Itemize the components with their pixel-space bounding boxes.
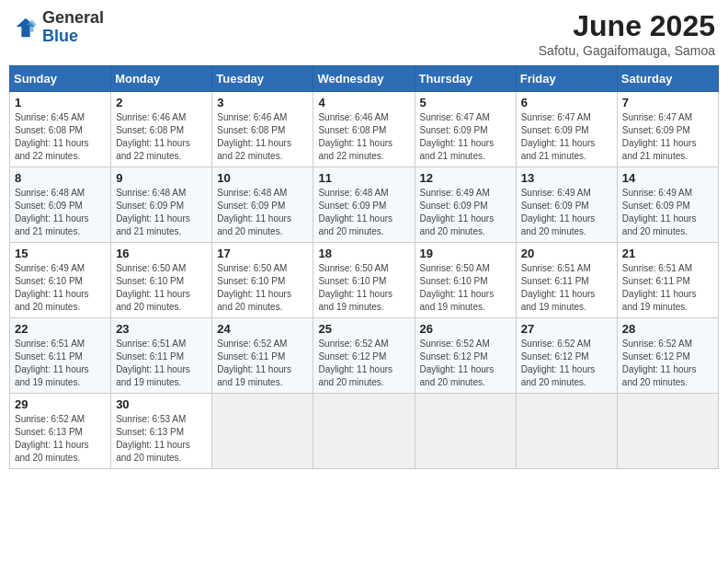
table-row: 24Sunrise: 6:52 AMSunset: 6:11 PMDayligh… [212,318,313,394]
table-row: 7Sunrise: 6:47 AMSunset: 6:09 PMDaylight… [617,92,718,167]
day-info: Sunrise: 6:49 AMSunset: 6:09 PMDaylight:… [420,187,511,238]
day-number: 17 [217,247,308,260]
day-number: 20 [521,247,612,260]
day-info: Sunrise: 6:48 AMSunset: 6:09 PMDaylight:… [15,187,106,238]
day-number: 24 [217,322,308,336]
table-row [313,394,415,469]
day-info: Sunrise: 6:48 AMSunset: 6:09 PMDaylight:… [217,187,308,238]
table-row: 3Sunrise: 6:46 AMSunset: 6:08 PMDaylight… [212,92,313,167]
day-info: Sunrise: 6:46 AMSunset: 6:08 PMDaylight:… [217,111,308,163]
table-row [516,394,617,469]
day-info: Sunrise: 6:45 AMSunset: 6:08 PMDaylight:… [15,111,106,163]
day-number: 7 [622,96,713,109]
day-info: Sunrise: 6:47 AMSunset: 6:09 PMDaylight:… [521,111,612,163]
table-row: 13Sunrise: 6:49 AMSunset: 6:09 PMDayligh… [516,167,617,243]
day-info: Sunrise: 6:49 AMSunset: 6:10 PMDaylight:… [15,262,106,314]
day-info: Sunrise: 6:52 AMSunset: 6:13 PMDaylight:… [15,413,106,465]
table-row: 4Sunrise: 6:46 AMSunset: 6:08 PMDaylight… [313,92,415,167]
day-info: Sunrise: 6:51 AMSunset: 6:11 PMDaylight:… [521,262,612,314]
day-number: 21 [622,247,713,260]
col-thursday: Thursday [415,66,516,92]
calendar-week-1: 1Sunrise: 6:45 AMSunset: 6:08 PMDaylight… [10,92,719,167]
calendar-week-5: 29Sunrise: 6:52 AMSunset: 6:13 PMDayligh… [10,394,719,469]
table-row: 18Sunrise: 6:50 AMSunset: 6:10 PMDayligh… [313,243,415,318]
table-row: 11Sunrise: 6:48 AMSunset: 6:09 PMDayligh… [313,167,415,243]
day-info: Sunrise: 6:47 AMSunset: 6:09 PMDaylight:… [420,111,511,163]
table-row: 15Sunrise: 6:49 AMSunset: 6:10 PMDayligh… [10,243,111,318]
col-wednesday: Wednesday [313,66,415,92]
day-number: 23 [116,322,207,336]
day-info: Sunrise: 6:51 AMSunset: 6:11 PMDaylight:… [116,338,207,389]
table-row: 27Sunrise: 6:52 AMSunset: 6:12 PMDayligh… [516,318,617,394]
table-row [212,394,313,469]
col-saturday: Saturday [617,66,718,92]
day-number: 8 [15,171,106,185]
logo-icon [13,15,39,40]
main-title: June 2025 [539,9,715,43]
table-row: 25Sunrise: 6:52 AMSunset: 6:12 PMDayligh… [313,318,415,394]
day-info: Sunrise: 6:48 AMSunset: 6:09 PMDaylight:… [318,187,409,238]
day-info: Sunrise: 6:53 AMSunset: 6:13 PMDaylight:… [116,413,207,465]
table-row: 20Sunrise: 6:51 AMSunset: 6:11 PMDayligh… [516,243,617,318]
calendar-body: 1Sunrise: 6:45 AMSunset: 6:08 PMDaylight… [10,92,719,469]
calendar-header-row: Sunday Monday Tuesday Wednesday Thursday… [10,66,719,92]
day-number: 4 [318,96,409,109]
page-header: General Blue June 2025 Safotu, Gagaifoma… [9,9,719,58]
day-number: 11 [318,171,409,185]
day-info: Sunrise: 6:52 AMSunset: 6:12 PMDaylight:… [318,338,409,389]
day-number: 16 [116,247,207,260]
table-row: 28Sunrise: 6:52 AMSunset: 6:12 PMDayligh… [617,318,718,394]
day-number: 6 [521,96,612,109]
day-info: Sunrise: 6:46 AMSunset: 6:08 PMDaylight:… [318,111,409,163]
col-monday: Monday [111,66,212,92]
day-info: Sunrise: 6:51 AMSunset: 6:11 PMDaylight:… [622,262,713,314]
table-row: 6Sunrise: 6:47 AMSunset: 6:09 PMDaylight… [516,92,617,167]
day-number: 1 [15,96,106,109]
col-tuesday: Tuesday [212,66,313,92]
day-info: Sunrise: 6:46 AMSunset: 6:08 PMDaylight:… [116,111,207,163]
day-info: Sunrise: 6:47 AMSunset: 6:09 PMDaylight:… [622,111,713,163]
table-row: 30Sunrise: 6:53 AMSunset: 6:13 PMDayligh… [111,394,212,469]
table-row: 1Sunrise: 6:45 AMSunset: 6:08 PMDaylight… [10,92,111,167]
table-row: 26Sunrise: 6:52 AMSunset: 6:12 PMDayligh… [415,318,516,394]
day-number: 14 [622,171,713,185]
subtitle: Safotu, Gagaifomauga, Samoa [539,43,715,58]
day-number: 29 [15,397,106,411]
table-row: 10Sunrise: 6:48 AMSunset: 6:09 PMDayligh… [212,167,313,243]
day-info: Sunrise: 6:52 AMSunset: 6:12 PMDaylight:… [420,338,511,389]
day-number: 9 [116,171,207,185]
table-row: 21Sunrise: 6:51 AMSunset: 6:11 PMDayligh… [617,243,718,318]
day-number: 15 [15,247,106,260]
day-info: Sunrise: 6:52 AMSunset: 6:12 PMDaylight:… [521,338,612,389]
day-info: Sunrise: 6:48 AMSunset: 6:09 PMDaylight:… [116,187,207,238]
logo: General Blue [13,9,104,46]
day-number: 22 [15,322,106,336]
calendar-week-4: 22Sunrise: 6:51 AMSunset: 6:11 PMDayligh… [10,318,719,394]
day-info: Sunrise: 6:50 AMSunset: 6:10 PMDaylight:… [318,262,409,314]
day-info: Sunrise: 6:50 AMSunset: 6:10 PMDaylight:… [116,262,207,314]
day-info: Sunrise: 6:49 AMSunset: 6:09 PMDaylight:… [622,187,713,238]
day-info: Sunrise: 6:51 AMSunset: 6:11 PMDaylight:… [15,338,106,389]
table-row: 12Sunrise: 6:49 AMSunset: 6:09 PMDayligh… [415,167,516,243]
day-number: 25 [318,322,409,336]
logo-blue-text: Blue [42,27,78,45]
table-row: 5Sunrise: 6:47 AMSunset: 6:09 PMDaylight… [415,92,516,167]
table-row: 9Sunrise: 6:48 AMSunset: 6:09 PMDaylight… [111,167,212,243]
table-row: 19Sunrise: 6:50 AMSunset: 6:10 PMDayligh… [415,243,516,318]
day-number: 10 [217,171,308,185]
day-number: 27 [521,322,612,336]
day-number: 18 [318,247,409,260]
day-info: Sunrise: 6:50 AMSunset: 6:10 PMDaylight:… [217,262,308,314]
day-number: 3 [217,96,308,109]
table-row: 2Sunrise: 6:46 AMSunset: 6:08 PMDaylight… [111,92,212,167]
col-friday: Friday [516,66,617,92]
day-info: Sunrise: 6:52 AMSunset: 6:12 PMDaylight:… [622,338,713,389]
col-sunday: Sunday [10,66,111,92]
day-number: 12 [420,171,511,185]
table-row: 14Sunrise: 6:49 AMSunset: 6:09 PMDayligh… [617,167,718,243]
table-row: 22Sunrise: 6:51 AMSunset: 6:11 PMDayligh… [10,318,111,394]
day-number: 13 [521,171,612,185]
day-info: Sunrise: 6:49 AMSunset: 6:09 PMDaylight:… [521,187,612,238]
table-row: 8Sunrise: 6:48 AMSunset: 6:09 PMDaylight… [10,167,111,243]
day-info: Sunrise: 6:50 AMSunset: 6:10 PMDaylight:… [420,262,511,314]
